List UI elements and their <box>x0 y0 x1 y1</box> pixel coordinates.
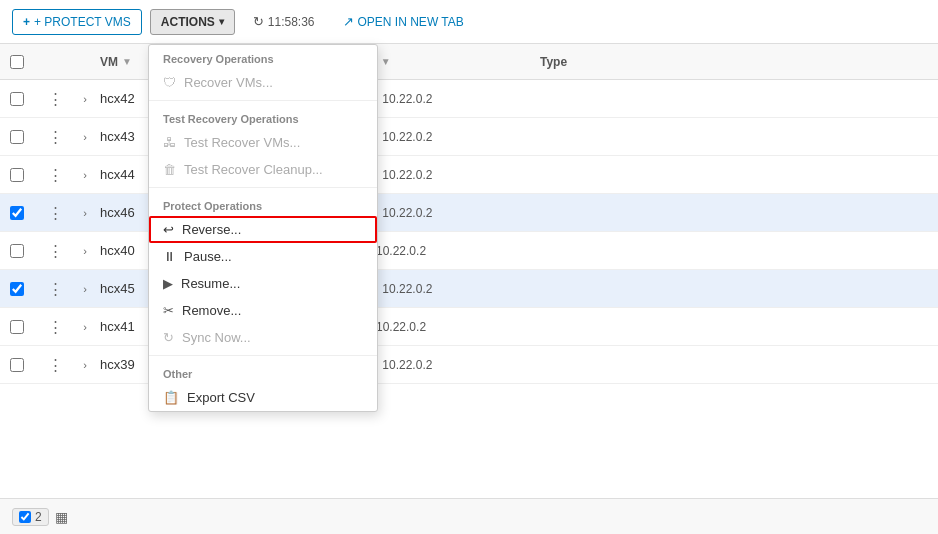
row-7-actions-btn[interactable]: ⋮ <box>44 316 67 338</box>
row-7-expand-btn[interactable]: › <box>79 319 91 335</box>
recover-vms-label: Recover VMs... <box>184 75 273 90</box>
row-4-vm: hcx46 <box>100 205 135 220</box>
row-8-checkbox[interactable] <box>10 358 24 372</box>
row-8-expand-btn[interactable]: › <box>79 357 91 373</box>
row-8-vm: hcx39 <box>100 357 135 372</box>
row-1-actions-btn[interactable]: ⋮ <box>44 88 67 110</box>
test-recover-cleanup-item[interactable]: 🗑 Test Recover Cleanup... <box>149 156 377 183</box>
app-container: + + PROTECT VMS ACTIONS ▾ ↻ 11:58:36 ↗ O… <box>0 0 938 534</box>
table-row: ⋮ › hcx44 ◌ VC: 10.22.0.2 <box>0 156 938 194</box>
table-row: ⋮ › hcx46 ◌ VC: 10.22.0.2 <box>0 194 938 232</box>
export-csv-label: Export CSV <box>187 390 255 405</box>
resume-label: Resume... <box>181 276 240 291</box>
table-row: ⋮ › hcx39 ◌ VC: 10.22.0.2 <box>0 346 938 384</box>
resume-item[interactable]: ▶ Resume... <box>149 270 377 297</box>
recover-vms-item[interactable]: 🛡 Recover VMs... <box>149 69 377 96</box>
row-4-actions-btn[interactable]: ⋮ <box>44 202 67 224</box>
pause-label: Pause... <box>184 249 232 264</box>
footer-count: 2 ▦ <box>12 508 68 526</box>
row-3-checkbox[interactable] <box>10 168 24 182</box>
row-2-expand-btn[interactable]: › <box>79 129 91 145</box>
row-5-vm: hcx40 <box>100 243 135 258</box>
table-footer: 2 ▦ <box>0 498 938 534</box>
row-1-checkbox[interactable] <box>10 92 24 106</box>
main-content: VM ▼ Local Site ▼ Type ⋮ › hcx42 <box>0 44 938 534</box>
menu-divider-1 <box>149 100 377 101</box>
pause-item[interactable]: ⏸ Pause... <box>149 243 377 270</box>
sync-now-label: Sync Now... <box>182 330 251 345</box>
row-7-vm: hcx41 <box>100 319 135 334</box>
toolbar: + + PROTECT VMS ACTIONS ▾ ↻ 11:58:36 ↗ O… <box>0 0 938 44</box>
selected-count-badge: 2 <box>12 508 49 526</box>
cleanup-icon: 🗑 <box>163 162 176 177</box>
row-6-vm: hcx45 <box>100 281 135 296</box>
menu-divider-2 <box>149 187 377 188</box>
export-csv-item[interactable]: 📋 Export CSV <box>149 384 377 411</box>
protect-vms-label: + PROTECT VMS <box>34 15 131 29</box>
protect-vms-button[interactable]: + + PROTECT VMS <box>12 9 142 35</box>
external-link-icon: ↗ <box>343 14 354 29</box>
shield-icon: 🛡 <box>163 75 176 90</box>
row-6-expand-btn[interactable]: › <box>79 281 91 297</box>
row-7-checkbox[interactable] <box>10 320 24 334</box>
pause-icon: ⏸ <box>163 249 176 264</box>
select-all-checkbox[interactable] <box>10 55 24 69</box>
localsite-sort-icon[interactable]: ▼ <box>381 56 391 67</box>
remove-item[interactable]: ✂ Remove... <box>149 297 377 324</box>
sync-icon: ↻ <box>163 330 174 345</box>
table-row: ⋮ › hcx40 ● ◌ VC: 10.22.0.2 <box>0 232 938 270</box>
type-header: Type <box>540 55 567 69</box>
menu-divider-3 <box>149 355 377 356</box>
row-3-expand-btn[interactable]: › <box>79 167 91 183</box>
actions-chevron-icon: ▾ <box>219 16 224 27</box>
test-recover-cleanup-label: Test Recover Cleanup... <box>184 162 323 177</box>
actions-button[interactable]: ACTIONS ▾ <box>150 9 235 35</box>
actions-label: ACTIONS <box>161 15 215 29</box>
table-row: ⋮ › hcx43 ◌ VC: 10.22.0.2 <box>0 118 938 156</box>
other-section-label: Other <box>149 360 377 384</box>
table-row: ⋮ › hcx41 ● ◌ VC: 10.22.0.2 <box>0 308 938 346</box>
table-container: VM ▼ Local Site ▼ Type ⋮ › hcx42 <box>0 44 938 534</box>
table-row: ⋮ › hcx42 ◌ VC: 10.22.0.2 <box>0 80 938 118</box>
sync-now-item[interactable]: ↻ Sync Now... <box>149 324 377 351</box>
footer-checkbox[interactable] <box>19 511 31 523</box>
row-4-expand-btn[interactable]: › <box>79 205 91 221</box>
clock-value: 11:58:36 <box>268 15 315 29</box>
dropdown-menu: Recovery Operations 🛡 Recover VMs... Tes… <box>148 44 378 412</box>
row-2-actions-btn[interactable]: ⋮ <box>44 126 67 148</box>
reverse-item[interactable]: ↩ Reverse... <box>149 216 377 243</box>
selected-count: 2 <box>35 510 42 524</box>
open-new-tab-link[interactable]: ↗ OPEN IN NEW TAB <box>333 9 474 34</box>
reverse-label: Reverse... <box>182 222 241 237</box>
row-4-checkbox[interactable] <box>10 206 24 220</box>
row-1-expand-btn[interactable]: › <box>79 91 91 107</box>
protect-ops-section-label: Protect Operations <box>149 192 377 216</box>
row-6-checkbox[interactable] <box>10 282 24 296</box>
row-5-actions-btn[interactable]: ⋮ <box>44 240 67 262</box>
row-3-vm: hcx44 <box>100 167 135 182</box>
plus-icon: + <box>23 15 30 29</box>
row-6-actions-btn[interactable]: ⋮ <box>44 278 67 300</box>
row-3-actions-btn[interactable]: ⋮ <box>44 164 67 186</box>
export-icon: 📋 <box>163 390 179 405</box>
test-recovery-ops-section-label: Test Recovery Operations <box>149 105 377 129</box>
clock-display: ↻ 11:58:36 <box>243 9 325 34</box>
test-recover-vms-item[interactable]: 🖧 Test Recover VMs... <box>149 129 377 156</box>
row-8-actions-btn[interactable]: ⋮ <box>44 354 67 376</box>
resume-icon: ▶ <box>163 276 173 291</box>
row-2-checkbox[interactable] <box>10 130 24 144</box>
test-recover-vms-label: Test Recover VMs... <box>184 135 300 150</box>
row-5-expand-btn[interactable]: › <box>79 243 91 259</box>
row-1-vm: hcx42 <box>100 91 135 106</box>
test-recover-icon: 🖧 <box>163 135 176 150</box>
row-5-checkbox[interactable] <box>10 244 24 258</box>
table-body: ⋮ › hcx42 ◌ VC: 10.22.0.2 ⋮ › hcx43 <box>0 80 938 384</box>
grid-icon: ▦ <box>55 509 68 525</box>
row-2-vm: hcx43 <box>100 129 135 144</box>
recovery-ops-section-label: Recovery Operations <box>149 45 377 69</box>
remove-icon: ✂ <box>163 303 174 318</box>
table-header: VM ▼ Local Site ▼ Type <box>0 44 938 80</box>
table-row: ⋮ › hcx45 ◌ VC: 10.22.0.2 <box>0 270 938 308</box>
vm-sort-icon[interactable]: ▼ <box>122 56 132 67</box>
clock-icon: ↻ <box>253 14 264 29</box>
